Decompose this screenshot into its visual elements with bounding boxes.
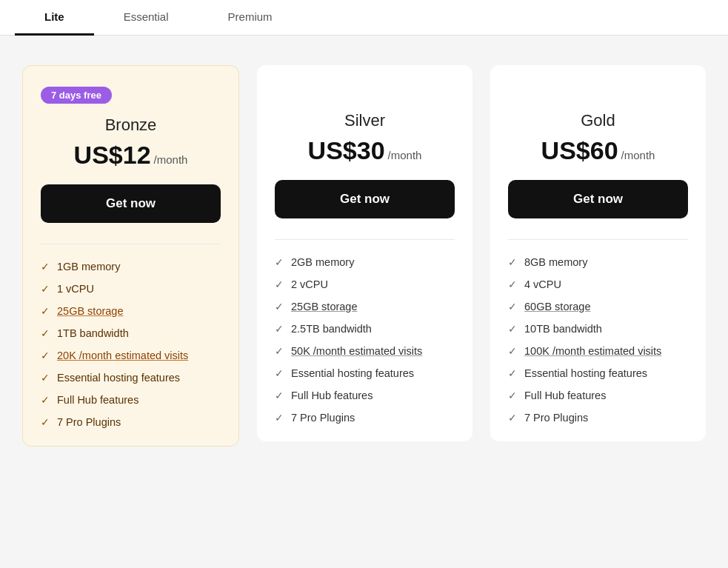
plan-price-gold: US$60/month	[508, 136, 688, 165]
feature-text: 2GB memory	[291, 256, 354, 268]
tab-lite[interactable]: Lite	[15, 0, 94, 36]
features-list-silver: ✓2GB memory✓2 vCPU✓25GB storage✓2.5TB ba…	[275, 256, 455, 424]
feature-text: 2 vCPU	[291, 278, 328, 290]
get-now-button-bronze[interactable]: Get now	[41, 184, 221, 223]
list-item: ✓1GB memory	[41, 261, 221, 273]
feature-text: 10TB bandwidth	[524, 323, 602, 335]
feature-text: 1GB memory	[57, 261, 120, 273]
check-icon: ✓	[275, 412, 284, 424]
list-item: ✓7 Pro Plugins	[275, 412, 455, 424]
feature-link[interactable]: 50K /month estimated visits	[291, 345, 422, 357]
list-item: ✓2 vCPU	[275, 278, 455, 290]
check-icon: ✓	[41, 327, 50, 339]
plans-container: 7 days freeBronzeUS$12/monthGet now✓1GB …	[0, 36, 728, 476]
check-icon: ✓	[41, 305, 50, 317]
list-item: ✓25GB storage	[275, 301, 455, 313]
tab-essential[interactable]: Essential	[94, 0, 198, 36]
check-icon: ✓	[275, 323, 284, 335]
feature-text: Essential hosting features	[291, 367, 414, 379]
list-item: ✓25GB storage	[41, 305, 221, 317]
list-item: ✓7 Pro Plugins	[508, 412, 688, 424]
check-icon: ✓	[508, 323, 517, 335]
plan-name-bronze: Bronze	[41, 116, 221, 135]
check-icon: ✓	[275, 367, 284, 379]
list-item: ✓100K /month estimated visits	[508, 345, 688, 357]
price-amount-gold: US$60	[541, 136, 618, 165]
plan-price-bronze: US$12/month	[41, 141, 221, 170]
list-item: ✓Full Hub features	[508, 390, 688, 401]
check-icon: ✓	[41, 350, 50, 361]
get-now-button-gold[interactable]: Get now	[508, 180, 688, 218]
price-period-gold: /month	[621, 149, 655, 161]
check-icon: ✓	[508, 412, 517, 424]
tab-premium[interactable]: Premium	[198, 0, 302, 36]
list-item: ✓1 vCPU	[41, 283, 221, 295]
check-icon: ✓	[41, 416, 50, 428]
feature-text: 7 Pro Plugins	[524, 412, 588, 424]
get-now-button-silver[interactable]: Get now	[275, 180, 455, 218]
feature-link[interactable]: 60GB storage	[524, 301, 590, 313]
check-icon: ✓	[508, 345, 517, 357]
list-item: ✓Full Hub features	[275, 390, 455, 401]
feature-text: Essential hosting features	[524, 367, 647, 379]
plan-card-gold: GoldUS$60/monthGet now✓8GB memory✓4 vCPU…	[490, 65, 706, 441]
features-list-bronze: ✓1GB memory✓1 vCPU✓25GB storage✓1TB band…	[41, 261, 221, 428]
check-icon: ✓	[508, 390, 517, 401]
check-icon: ✓	[508, 278, 517, 290]
check-icon: ✓	[275, 301, 284, 313]
check-icon: ✓	[275, 345, 284, 357]
feature-link[interactable]: 25GB storage	[291, 301, 357, 313]
check-icon: ✓	[41, 372, 50, 384]
feature-text: 8GB memory	[524, 256, 587, 268]
feature-text: Full Hub features	[524, 390, 606, 401]
price-amount-bronze: US$12	[74, 141, 151, 170]
plan-name-gold: Gold	[508, 111, 688, 130]
list-item: ✓8GB memory	[508, 256, 688, 268]
list-item: ✓50K /month estimated visits	[275, 345, 455, 357]
plan-name-silver: Silver	[275, 111, 455, 130]
feature-link[interactable]: 100K /month estimated visits	[524, 345, 661, 357]
list-item: ✓Essential hosting features	[41, 372, 221, 384]
check-icon: ✓	[41, 261, 50, 273]
price-period-silver: /month	[388, 149, 422, 161]
check-icon: ✓	[275, 256, 284, 268]
feature-text: 1TB bandwidth	[57, 327, 129, 339]
feature-text: 7 Pro Plugins	[57, 416, 121, 428]
free-trial-badge: 7 days free	[41, 87, 112, 104]
list-item: ✓Full Hub features	[41, 394, 221, 406]
check-icon: ✓	[508, 256, 517, 268]
check-icon: ✓	[275, 390, 284, 401]
list-item: ✓Essential hosting features	[508, 367, 688, 379]
feature-text: Essential hosting features	[57, 372, 180, 384]
check-icon: ✓	[41, 394, 50, 406]
check-icon: ✓	[41, 283, 50, 295]
list-item: ✓2.5TB bandwidth	[275, 323, 455, 335]
price-amount-silver: US$30	[308, 136, 385, 165]
check-icon: ✓	[275, 278, 284, 290]
feature-text: Full Hub features	[291, 390, 373, 401]
check-icon: ✓	[508, 367, 517, 379]
tabs-bar: LiteEssentialPremium	[0, 0, 728, 36]
feature-text: 7 Pro Plugins	[291, 412, 355, 424]
features-list-gold: ✓8GB memory✓4 vCPU✓60GB storage✓10TB ban…	[508, 256, 688, 424]
plan-card-silver: SilverUS$30/monthGet now✓2GB memory✓2 vC…	[257, 65, 472, 441]
list-item: ✓Essential hosting features	[275, 367, 455, 379]
list-item: ✓2GB memory	[275, 256, 455, 268]
check-icon: ✓	[508, 301, 517, 313]
list-item: ✓10TB bandwidth	[508, 323, 688, 335]
list-item: ✓4 vCPU	[508, 278, 688, 290]
feature-text: 1 vCPU	[57, 283, 94, 295]
feature-link[interactable]: 20K /month estimated visits	[57, 350, 188, 361]
plan-card-bronze: 7 days freeBronzeUS$12/monthGet now✓1GB …	[22, 65, 239, 447]
feature-text: 4 vCPU	[524, 278, 561, 290]
feature-text: 2.5TB bandwidth	[291, 323, 372, 335]
list-item: ✓1TB bandwidth	[41, 327, 221, 339]
feature-text: Full Hub features	[57, 394, 138, 406]
plan-price-silver: US$30/month	[275, 136, 455, 165]
price-period-bronze: /month	[154, 153, 188, 166]
list-item: ✓60GB storage	[508, 301, 688, 313]
list-item: ✓20K /month estimated visits	[41, 350, 221, 361]
list-item: ✓7 Pro Plugins	[41, 416, 221, 428]
feature-link[interactable]: 25GB storage	[57, 305, 123, 317]
